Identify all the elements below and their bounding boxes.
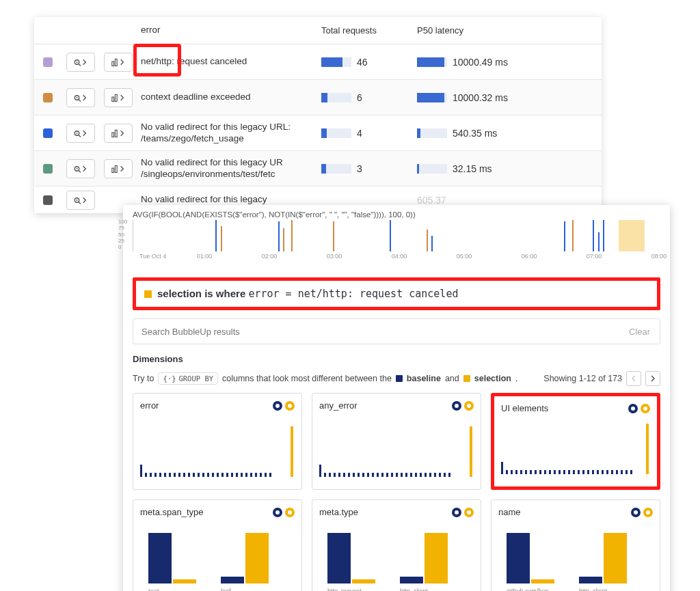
dimension-card[interactable]: UI elements (491, 393, 660, 490)
bubbleup-icon-button[interactable] (104, 124, 133, 143)
timeline-spike (572, 220, 574, 251)
selection-ring-icon (464, 401, 474, 411)
dimension-card-chart (319, 422, 474, 477)
groupby-pill[interactable]: {·} GROUP BY (158, 372, 218, 385)
svg-line-12 (79, 135, 81, 137)
timeline-chart[interactable]: 100 75 50 25 0 (133, 220, 660, 251)
selection-swatch-icon (144, 290, 152, 298)
dimension-card-chart (140, 422, 295, 477)
baseline-ring-icon (273, 508, 282, 517)
dimension-card[interactable]: meta.span_typerootleaf (133, 499, 302, 591)
svg-point-6 (76, 97, 77, 98)
chart-x-label: root (148, 588, 159, 591)
table-row: net/http: request canceled 46 10000.49 m… (34, 44, 602, 80)
error-cell: No valid redirect for this legacy URL: /… (137, 118, 321, 149)
timeline-y-ticks: 100 75 50 25 0 (118, 219, 127, 250)
selection-swatch-icon (463, 375, 470, 382)
dimension-card-chart (501, 420, 650, 474)
selection-expression: error = net/http: request canceled (248, 288, 458, 300)
timeline-spike (283, 228, 284, 252)
series-swatch (43, 128, 53, 138)
error-table-panel: error Total requests P50 latency net/htt… (34, 17, 602, 214)
bubbleup-panel: AVG(IF(BOOL(AND(EXISTS($"error"), NOT(IN… (123, 205, 670, 591)
selection-ring-icon (641, 404, 650, 413)
timeline-spike (291, 220, 293, 251)
series-swatch (43, 195, 53, 205)
dimension-card-title: any_error (319, 400, 358, 411)
chart-x-label: leaf (221, 588, 231, 591)
baseline-ring-icon (628, 404, 638, 413)
svg-rect-14 (115, 130, 117, 137)
dimension-card[interactable]: any_error (312, 393, 481, 490)
prev-page-button[interactable] (626, 371, 641, 386)
svg-line-2 (79, 64, 81, 66)
svg-rect-4 (115, 59, 117, 66)
bubbleup-icon-button[interactable] (104, 88, 133, 107)
baseline-ring-icon (273, 401, 282, 411)
dimensions-title: Dimensions (133, 354, 660, 364)
dimension-cards-grid: errorany_errorUI elementsmeta.span_typer… (133, 393, 660, 591)
dimension-card[interactable]: namegithub.com/hon...http_client (491, 499, 660, 591)
bubbleup-icon-button[interactable] (104, 53, 133, 72)
chart-x-label: http_client (579, 588, 607, 591)
svg-rect-18 (111, 168, 113, 172)
header-error: error (137, 20, 321, 40)
highlight-annotation (133, 44, 181, 77)
p50-cell: 10000.49 ms (417, 57, 533, 68)
svg-rect-13 (111, 133, 113, 137)
dimension-card-chart (319, 529, 474, 583)
timeline-formula: AVG(IF(BOOL(AND(EXISTS($"error"), NOT(IN… (133, 210, 660, 219)
timeline-spike (215, 220, 217, 251)
dimension-card[interactable]: meta.typehttp_requesthttp_client (312, 499, 481, 591)
p50-cell: 605.37 (417, 195, 533, 206)
selection-description: selection is where error = net/http: req… (133, 277, 660, 310)
timeline-x-ticks: Tue Oct 401:0002:0003:0004:0005:0006:000… (133, 253, 660, 262)
timeline-spike (278, 221, 280, 251)
series-swatch (43, 164, 53, 174)
timeline-spike (593, 220, 594, 251)
table-row: No valid redirect for this legacy URL: /… (34, 115, 602, 151)
timeline-spike (431, 236, 433, 251)
p50-cell: 540.35 ms (417, 128, 533, 139)
timeline-spike (564, 221, 565, 251)
bubbleup-icon-button[interactable] (104, 159, 133, 178)
trace-icon-button[interactable] (66, 159, 95, 178)
table-header-row: error Total requests P50 latency (34, 17, 602, 44)
header-p50: P50 latency (417, 25, 533, 36)
clear-button[interactable]: Clear (619, 327, 660, 337)
total-cell: 3 (321, 163, 417, 174)
trace-icon-button[interactable] (66, 88, 95, 107)
dimensions-help-text: Try to {·} GROUP BY columns that look mo… (133, 371, 660, 386)
selection-ring-icon (285, 401, 295, 411)
search-input[interactable] (133, 327, 619, 337)
chart-x-label: http_request (327, 588, 362, 591)
selection-prefix: selection is where (157, 288, 248, 299)
baseline-ring-icon (452, 401, 461, 411)
trace-icon-button[interactable] (66, 191, 95, 210)
baseline-ring-icon (631, 508, 641, 517)
baseline-swatch-icon (396, 375, 403, 382)
baseline-ring-icon (452, 508, 461, 517)
timeline-spike (390, 220, 391, 251)
selection-ring-icon (464, 508, 474, 517)
table-row: context deadline exceeded 6 10000.32 ms (34, 80, 602, 115)
total-cell: 6 (321, 92, 417, 103)
next-page-button[interactable] (645, 371, 660, 386)
timeline-spike (221, 226, 222, 251)
trace-icon-button[interactable] (66, 124, 95, 143)
dimension-card[interactable]: error (133, 393, 302, 490)
timeline-spike (427, 230, 428, 251)
dimension-card-title: name (498, 507, 521, 517)
dimension-card-title: UI elements (501, 403, 548, 413)
braces-icon: {·} (163, 374, 176, 383)
timeline-selection-range[interactable] (619, 220, 645, 251)
pagination-text: Showing 1-12 of 173 (543, 374, 622, 383)
header-total: Total requests (321, 25, 417, 36)
svg-line-17 (79, 170, 81, 172)
series-swatch (43, 57, 53, 67)
trace-icon-button[interactable] (66, 53, 95, 72)
error-cell: No valid redirect for this legacy UR /si… (137, 153, 321, 184)
series-swatch (43, 93, 53, 102)
selection-ring-icon (643, 508, 653, 517)
timeline-spike (333, 221, 334, 251)
